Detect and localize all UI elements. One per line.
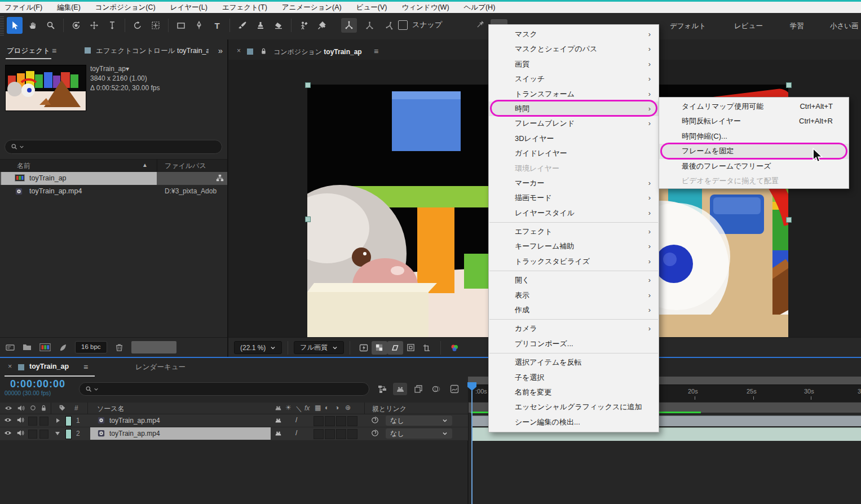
- interpret-footage-icon[interactable]: [6, 343, 15, 352]
- layer-row-1[interactable]: 1 toyTrain_ap.mp4 / なし: [0, 414, 468, 427]
- eye-icon[interactable]: [4, 429, 12, 437]
- menu-item-select-children[interactable]: 子を選択: [489, 370, 659, 385]
- layer-name[interactable]: toyTrain_ap.mp4: [109, 430, 160, 437]
- menu-help[interactable]: ヘルプ(H): [464, 3, 496, 12]
- menu-item-track-stabilize[interactable]: トラックスタビライズ›: [489, 254, 659, 269]
- trash-icon[interactable]: [115, 343, 123, 352]
- column-source-name[interactable]: ソース名: [97, 404, 125, 414]
- menu-item-add-to-essential-graphics[interactable]: エッセンシャルグラフィックスに追加: [489, 400, 659, 414]
- menu-item-mask[interactable]: マスク›: [489, 27, 659, 42]
- switch-box[interactable]: [347, 429, 357, 439]
- project-item-name[interactable]: toyTrain_ap▾: [90, 64, 160, 74]
- frame-blend-enable-icon[interactable]: [411, 383, 425, 395]
- rotation-tool-icon[interactable]: [130, 17, 145, 34]
- panel-resize-handle[interactable]: [131, 341, 176, 353]
- column-file-path[interactable]: ファイルパス: [165, 161, 206, 171]
- resolution-dropdown[interactable]: フル画質: [294, 341, 344, 354]
- playhead-line[interactable]: [471, 383, 473, 504]
- workspace-small-screen[interactable]: 小さい画: [830, 13, 859, 39]
- puppet-pin-tool-icon[interactable]: [314, 17, 330, 34]
- selection-tool-icon[interactable]: [7, 17, 23, 34]
- project-row-footage[interactable]: toyTrain_ap.mp4 D:¥3_pixta_Adob: [0, 185, 227, 198]
- parent-dropdown[interactable]: なし: [386, 415, 452, 426]
- current-timecode[interactable]: 0:00:00:00: [10, 378, 65, 390]
- menu-item-switches[interactable]: スイッチ›: [489, 72, 659, 86]
- selection-handle[interactable]: [305, 216, 311, 222]
- speaker-icon[interactable]: [16, 416, 24, 424]
- roto-brush-tool-icon[interactable]: [296, 17, 312, 34]
- crop-icon[interactable]: [419, 341, 435, 355]
- parent-dropdown[interactable]: なし: [386, 428, 452, 439]
- workspace-default[interactable]: デフォルト: [670, 13, 706, 39]
- timeline-panel-menu-icon[interactable]: ≡: [83, 362, 88, 372]
- magnification-dropdown[interactable]: (22.1 %): [234, 341, 282, 354]
- shy-toggle-icon[interactable]: [275, 417, 282, 424]
- toolbar-grip[interactable]: [0, 16, 4, 36]
- dolly-camera-tool-icon[interactable]: [104, 17, 120, 34]
- menu-item-blending-mode[interactable]: 描画モード›: [489, 191, 659, 205]
- region-of-interest-icon[interactable]: [387, 341, 403, 355]
- snap-toggle[interactable]: スナップ: [398, 20, 442, 30]
- switch-box[interactable]: [314, 429, 324, 439]
- hand-tool-icon[interactable]: [25, 17, 41, 34]
- menu-item-precompose[interactable]: プリコンポーズ...: [489, 337, 659, 351]
- lock-toggle[interactable]: [39, 417, 48, 426]
- tab-effect-controls[interactable]: エフェクトコントロール toyTrain_ap.: [96, 46, 209, 56]
- solo-toggle[interactable]: [28, 430, 37, 439]
- menu-item-frame-blend[interactable]: フレームブレンド›: [489, 116, 659, 131]
- menu-item-enable-time-remapping[interactable]: タイムリマップ使用可能Ctrl+Alt+T: [659, 99, 849, 114]
- menu-edit[interactable]: 編集(E): [57, 3, 81, 12]
- menu-item-layer-styles[interactable]: レイヤースタイル›: [489, 206, 659, 220]
- quality-toggle-icon[interactable]: /: [295, 429, 297, 437]
- menu-item-reveal[interactable]: 表示›: [489, 288, 659, 303]
- pan-camera-tool-icon[interactable]: [86, 17, 102, 34]
- pickwhip-icon[interactable]: [371, 416, 379, 424]
- menu-item-invert-selection[interactable]: 選択アイテムを反転: [489, 355, 659, 370]
- layer-label-color[interactable]: [65, 416, 72, 426]
- eraser-tool-icon[interactable]: [271, 17, 286, 34]
- shape-pin-icon[interactable]: [476, 20, 485, 28]
- transparency-grid-icon[interactable]: [372, 341, 387, 355]
- speaker-icon[interactable]: [16, 429, 24, 437]
- more-tabs-icon[interactable]: »: [218, 46, 223, 55]
- new-folder-icon[interactable]: [23, 343, 32, 352]
- menu-item-open[interactable]: 開く›: [489, 273, 659, 288]
- fast-preview-icon[interactable]: [356, 341, 372, 355]
- pen-tool-icon[interactable]: [191, 17, 207, 34]
- project-search-input[interactable]: [5, 140, 222, 154]
- pan-behind-tool-icon[interactable]: [148, 17, 164, 34]
- composition-mini-flowchart-icon[interactable]: [375, 383, 389, 395]
- rectangle-tool-icon[interactable]: [173, 17, 189, 34]
- view-axis-mode-icon[interactable]: [382, 18, 398, 33]
- menu-view[interactable]: ビュー(V): [356, 3, 387, 12]
- menu-file[interactable]: ファイル(F): [5, 3, 42, 12]
- selection-handle[interactable]: [786, 82, 792, 88]
- sort-ascending-icon[interactable]: ▲: [142, 162, 148, 168]
- feather-icon[interactable]: [59, 343, 67, 352]
- menu-item-detect-scene-edits[interactable]: シーン編集の検出...: [489, 415, 659, 430]
- menu-layer[interactable]: レイヤー(L): [170, 3, 207, 12]
- layer-name[interactable]: toyTrain_ap.mp4: [109, 417, 160, 425]
- close-panel-icon[interactable]: ×: [8, 362, 12, 370]
- switch-box[interactable]: [336, 429, 346, 439]
- menu-composition[interactable]: コンポジション(C): [95, 3, 156, 12]
- menu-item-rename[interactable]: 名前を変更: [489, 385, 659, 400]
- workspace-review[interactable]: レビュー: [734, 13, 763, 39]
- channel-rgb-icon[interactable]: [447, 341, 462, 355]
- local-axis-mode-icon[interactable]: [341, 18, 357, 33]
- expand-arrow-icon[interactable]: [56, 418, 60, 423]
- menu-item-transform[interactable]: トランスフォーム›: [489, 87, 659, 101]
- timeline-search-input[interactable]: [79, 382, 369, 396]
- selection-handle[interactable]: [305, 82, 311, 88]
- switch-box[interactable]: [336, 416, 346, 426]
- collapse-arrow-icon[interactable]: [55, 432, 60, 435]
- selection-handle[interactable]: [786, 217, 792, 223]
- workspace-learn[interactable]: 学習: [790, 13, 804, 39]
- menu-item-mask-shape-path[interactable]: マスクとシェイプのパス›: [489, 42, 659, 56]
- bit-depth-button[interactable]: 16 bpc: [75, 341, 107, 353]
- tab-timeline-composition[interactable]: toyTrain_ap: [29, 362, 69, 370]
- lock-toggle[interactable]: [39, 430, 48, 439]
- menu-item-guide-layer[interactable]: ガイドレイヤー: [489, 146, 659, 161]
- switch-box[interactable]: [314, 416, 324, 426]
- project-row-composition[interactable]: toyTrain_ap: [0, 172, 227, 185]
